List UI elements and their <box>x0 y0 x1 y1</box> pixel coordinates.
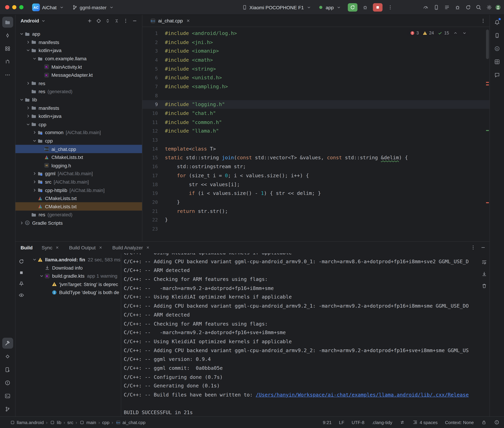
chevron-right-icon[interactable] <box>32 179 37 185</box>
chevron-down-icon[interactable] <box>32 138 37 144</box>
code-line-11[interactable]: 11#include "common.h" <box>142 118 489 127</box>
chevron-down-icon[interactable] <box>25 122 31 127</box>
code-line-14[interactable]: 14template<class T> <box>142 144 489 153</box>
more-tools-icon[interactable] <box>2 69 13 80</box>
sync-project-icon[interactable] <box>463 3 472 12</box>
code-area[interactable]: 1#include <android/log.h>2#include <jni.… <box>142 27 489 241</box>
file-encoding[interactable]: UTF-8 <box>352 420 364 425</box>
chevron-down-icon[interactable] <box>32 257 37 262</box>
device-manager-icon[interactable] <box>432 3 441 12</box>
app-quality-insights-icon[interactable] <box>491 69 503 80</box>
scroll-to-end-icon[interactable] <box>480 270 488 278</box>
breadcrumb-llama-android[interactable]: llama.android <box>10 420 44 425</box>
code-line-20[interactable]: 20 } <box>142 198 489 207</box>
options-icon[interactable] <box>122 16 130 25</box>
tree-item-gradle-scripts[interactable]: GGradle Scripts <box>16 219 142 227</box>
code-line-21[interactable]: 21 return str.str(); <box>142 207 489 216</box>
chevron-down-icon[interactable] <box>25 48 31 53</box>
tree-item-messageadapter-kt[interactable]: KMessageAdapter.kt <box>16 71 142 79</box>
version-control-icon[interactable] <box>2 403 13 414</box>
project-icon[interactable] <box>2 16 13 28</box>
code-line-19[interactable]: 19 if (i < values.size() - 1) { str << d… <box>142 189 489 198</box>
tree-item-manifests[interactable]: manifests <box>16 38 142 46</box>
device-manager-icon[interactable] <box>491 30 503 41</box>
chevron-right-icon[interactable] <box>25 105 31 111</box>
code-line-18[interactable]: 18 str << values[i]; <box>142 180 489 189</box>
error-stripe-mark[interactable] <box>486 202 489 203</box>
close-window-button[interactable] <box>5 5 9 9</box>
search-everywhere-icon[interactable] <box>474 3 483 12</box>
build-tab-sync[interactable]: Sync <box>42 245 60 250</box>
breadcrumb-cpp[interactable]: cpp <box>102 420 109 425</box>
hide-panel-icon[interactable] <box>130 16 139 25</box>
zoom-window-button[interactable] <box>19 5 23 9</box>
line-separator[interactable]: LF <box>339 420 344 425</box>
chevron-down-icon[interactable] <box>41 18 46 24</box>
project-view-mode[interactable]: Android <box>21 18 39 24</box>
build-tab-build[interactable]: Build <box>21 245 33 250</box>
breadcrumb-src[interactable]: src <box>67 420 73 425</box>
branch-selector[interactable]: ggml-master <box>72 0 114 15</box>
tree-item-download-info[interactable]: Download info <box>27 264 121 272</box>
pin-icon[interactable] <box>17 280 25 288</box>
build-options-icon[interactable] <box>470 245 476 250</box>
tree-item-lib[interactable]: lib <box>16 96 142 104</box>
device-selector[interactable]: Xiaomi POCOPHONE F1 <box>242 5 312 10</box>
breadcrumb-main[interactable]: main <box>79 420 96 425</box>
clear-console-icon[interactable] <box>480 281 488 290</box>
tree-item-llama-android-fin[interactable]: llama.android: fin22 sec, 583 ms <box>27 255 121 264</box>
problems-icon[interactable] <box>2 377 13 388</box>
chevron-right-icon[interactable] <box>19 220 25 226</box>
tree-item-buildtype-debug-is-both-de[interactable]: BuildType 'debug' is both de <box>27 288 121 296</box>
tree-item--jvmtarget-string-is-deprec[interactable]: 'jvmTarget: String' is deprec <box>27 280 121 288</box>
structure-icon[interactable] <box>2 43 13 54</box>
chevron-right-icon[interactable] <box>32 187 37 193</box>
minimize-window-button[interactable] <box>12 5 16 9</box>
tree-item-cmakelists-txt[interactable]: CMakeLists.txt <box>16 202 142 211</box>
chevron-right-icon[interactable] <box>25 113 31 119</box>
tree-item-cpp[interactable]: cpp <box>16 137 142 145</box>
build-tab-build-output[interactable]: Build Output <box>69 245 103 250</box>
window-controls[interactable] <box>5 5 24 9</box>
settings-icon[interactable] <box>485 3 494 12</box>
editor-scrollbar[interactable] <box>485 27 489 241</box>
code-line-7[interactable]: 7#include <sampling.h> <box>142 82 489 91</box>
scrollbar-thumb[interactable] <box>486 29 489 59</box>
tree-item-cpp[interactable]: cpp <box>16 120 142 128</box>
editor-options-icon[interactable] <box>480 18 486 24</box>
close-tab-icon[interactable] <box>185 18 191 24</box>
gradle-icon[interactable]: G <box>491 43 503 54</box>
code-line-4[interactable]: 4#include <cmath> <box>142 56 489 64</box>
add-icon[interactable] <box>85 16 94 25</box>
tree-item-kotlin-java[interactable]: kotlin+java <box>16 46 142 54</box>
tree-item-res[interactable]: res <box>16 79 142 87</box>
tree-item-ai-chat-cpp[interactable]: C++ai_chat.cpp <box>16 145 142 153</box>
build-console[interactable]: C/C++: -- Using KleidiAI optimized kerne… <box>121 253 479 416</box>
chevron-right-icon[interactable] <box>25 81 31 86</box>
build-icon[interactable] <box>2 338 13 349</box>
project-selector[interactable]: AC AiChat <box>32 0 64 15</box>
tree-item-mainactivity-kt[interactable]: KMainActivity.kt <box>16 63 142 71</box>
running-devices-icon[interactable] <box>2 364 13 375</box>
build-output-link[interactable]: /Users/hanyin/Workspace/ai-chat/examples… <box>256 392 469 398</box>
terminal-icon[interactable] <box>2 390 13 401</box>
chevron-down-icon[interactable] <box>19 31 25 37</box>
column-mode-icon[interactable] <box>400 420 405 425</box>
notifications-icon[interactable] <box>491 16 503 28</box>
stop-build-icon[interactable] <box>17 268 25 277</box>
editor-tab-ai-chat-cpp[interactable]: C++ ai_chat.cpp <box>146 15 195 26</box>
chevron-right-icon[interactable] <box>25 39 31 45</box>
run-options-button[interactable] <box>385 3 395 12</box>
chevron-right-icon[interactable] <box>32 130 37 135</box>
code-line-12[interactable]: 12#include "llama.h" <box>142 127 489 136</box>
chevron-down-icon[interactable] <box>19 97 25 102</box>
pull-requests-icon[interactable] <box>2 56 13 67</box>
highlight-level-icon[interactable] <box>494 420 500 425</box>
tree-item-res[interactable]: res(generated) <box>16 211 142 219</box>
tree-item-cpp-httplib[interactable]: cpp-httplib[AiChat.lib.main] <box>16 186 142 194</box>
user-avatar[interactable] <box>495 5 501 10</box>
code-line-15[interactable]: 15static std::string join(const std::vec… <box>142 153 489 162</box>
expand-all-icon[interactable] <box>103 16 112 25</box>
chevron-down-icon[interactable] <box>39 273 44 278</box>
logcat-icon[interactable] <box>442 3 451 12</box>
